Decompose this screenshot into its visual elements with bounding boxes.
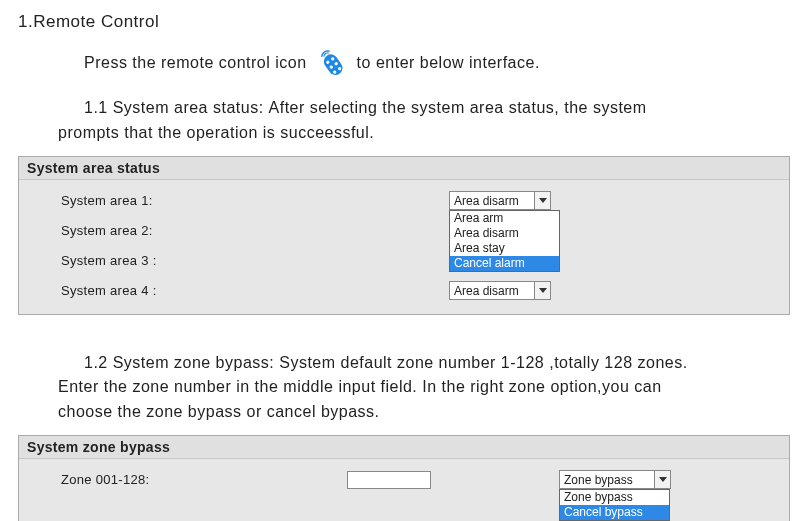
remote-control-icon [315, 50, 349, 76]
dropdown-option[interactable]: Area stay [450, 241, 559, 256]
dropdown-option[interactable]: Zone bypass [560, 490, 669, 505]
system-area-4-select[interactable]: Area disarm [449, 281, 551, 300]
chevron-down-icon [654, 471, 670, 488]
select-value: Area disarm [450, 192, 534, 209]
system-area-dropdown[interactable]: Area arm Area disarm Area stay Cancel al… [449, 210, 560, 272]
zone-label: Zone 001-128: [19, 472, 289, 487]
intro-text-after: to enter below interface. [357, 54, 540, 72]
system-area-1-select[interactable]: Area disarm Area arm Area disarm Area st… [449, 191, 551, 210]
system-area-status-panel: System area status System area 1: Area d… [18, 156, 790, 315]
panel-header-zone-bypass: System zone bypass [19, 436, 789, 459]
system-area-label: System area 2: [19, 223, 389, 238]
section-1-2-heading-line3: choose the zone bypass or cancel bypass. [58, 400, 790, 425]
system-zone-bypass-panel: System zone bypass Zone 001-128: Zone by… [18, 435, 790, 521]
zone-row: Zone 001-128: Zone bypass Zone bypass Ca… [19, 465, 789, 495]
zone-number-input[interactable] [347, 471, 431, 489]
system-area-label: System area 3 : [19, 253, 389, 268]
system-area-row-1: System area 1: Area disarm Area arm Area… [19, 186, 789, 216]
select-value: Area disarm [450, 282, 534, 299]
system-area-label: System area 1: [19, 193, 389, 208]
zone-bypass-dropdown[interactable]: Zone bypass Cancel bypass [559, 489, 670, 521]
system-area-label: System area 4 : [19, 283, 389, 298]
dropdown-option[interactable]: Area arm [450, 211, 559, 226]
page-title: 1.Remote Control [18, 12, 790, 32]
section-1-2-heading-line2: Enter the zone number in the middle inpu… [58, 375, 790, 400]
system-area-row-3: System area 3 : [19, 246, 789, 276]
section-1-1-heading: 1.1 System area status: After selecting … [84, 96, 790, 121]
chevron-down-icon [534, 282, 550, 299]
dropdown-option[interactable]: Area disarm [450, 226, 559, 241]
svg-marker-9 [659, 477, 667, 482]
intro-text-before: Press the remote control icon [84, 54, 307, 72]
chevron-down-icon [534, 192, 550, 209]
dropdown-option[interactable]: Cancel bypass [560, 505, 669, 520]
svg-marker-7 [539, 198, 547, 203]
section-1-1-heading-line2: prompts that the operation is succeessfu… [58, 121, 790, 146]
system-area-row-4: System area 4 : Area disarm [19, 276, 789, 306]
select-value: Zone bypass [560, 471, 654, 488]
svg-marker-8 [539, 288, 547, 293]
zone-bypass-select[interactable]: Zone bypass Zone bypass Cancel bypass [559, 470, 671, 489]
dropdown-option[interactable]: Cancel alarm [450, 256, 559, 271]
section-1-2-heading: 1.2 System zone bypass: System default z… [84, 351, 790, 376]
system-area-row-2: System area 2: [19, 216, 789, 246]
panel-header-area-status: System area status [19, 157, 789, 180]
